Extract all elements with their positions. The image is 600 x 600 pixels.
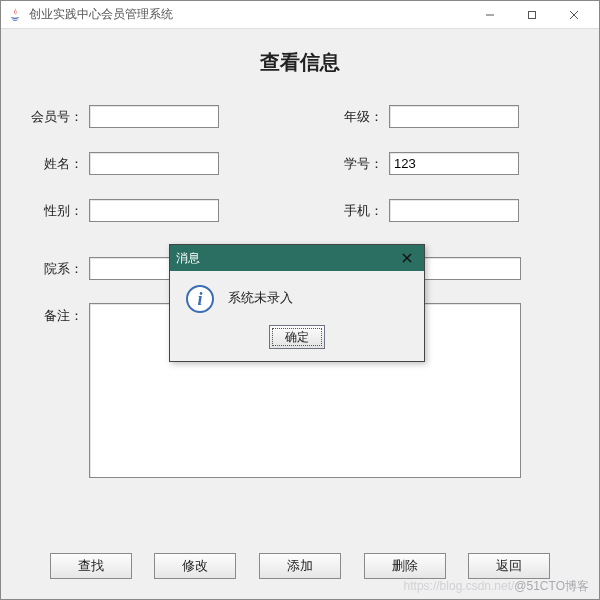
modify-button[interactable]: 修改: [154, 553, 236, 579]
window-title: 创业实践中心会员管理系统: [29, 6, 469, 23]
info-icon: i: [186, 285, 214, 313]
input-grade[interactable]: [389, 105, 519, 128]
field-member-id: 会员号：: [29, 105, 219, 128]
action-button-row: 查找 修改 添加 删除 返回: [9, 553, 591, 579]
dialog-titlebar[interactable]: 消息: [170, 245, 424, 271]
label-member-id: 会员号：: [29, 108, 89, 126]
label-department: 院系：: [29, 260, 89, 278]
input-phone[interactable]: [389, 199, 519, 222]
label-gender: 性别：: [29, 202, 89, 220]
field-name: 姓名：: [29, 152, 219, 175]
message-dialog: 消息 i 系统未录入 确定: [169, 244, 425, 362]
window-controls: [469, 2, 595, 28]
page-title: 查看信息: [9, 35, 591, 94]
application-window: 创业实践中心会员管理系统 查看信息 会员号： 姓名：: [0, 0, 600, 600]
input-name[interactable]: [89, 152, 219, 175]
dialog-title: 消息: [176, 250, 396, 267]
input-member-id[interactable]: [89, 105, 219, 128]
minimize-button[interactable]: [469, 2, 511, 28]
svg-rect-1: [529, 11, 536, 18]
delete-button[interactable]: 删除: [364, 553, 446, 579]
label-name: 姓名：: [29, 155, 89, 173]
java-app-icon: [7, 7, 23, 23]
dialog-footer: 确定: [170, 319, 424, 361]
label-remark: 备注：: [29, 303, 89, 325]
input-student-id[interactable]: [389, 152, 519, 175]
field-phone: 手机：: [329, 199, 519, 222]
field-grade: 年级：: [329, 105, 519, 128]
label-student-id: 学号：: [329, 155, 389, 173]
dialog-close-button[interactable]: [396, 248, 418, 268]
add-button[interactable]: 添加: [259, 553, 341, 579]
label-grade: 年级：: [329, 108, 389, 126]
field-gender: 性别：: [29, 199, 219, 222]
input-gender[interactable]: [89, 199, 219, 222]
dialog-ok-button[interactable]: 确定: [269, 325, 325, 349]
dialog-body: i 系统未录入: [170, 271, 424, 319]
window-titlebar: 创业实践中心会员管理系统: [1, 1, 599, 29]
dialog-message: 系统未录入: [228, 285, 293, 307]
close-button[interactable]: [553, 2, 595, 28]
label-phone: 手机：: [329, 202, 389, 220]
maximize-button[interactable]: [511, 2, 553, 28]
field-student-id: 学号：: [329, 152, 519, 175]
back-button[interactable]: 返回: [468, 553, 550, 579]
search-button[interactable]: 查找: [50, 553, 132, 579]
